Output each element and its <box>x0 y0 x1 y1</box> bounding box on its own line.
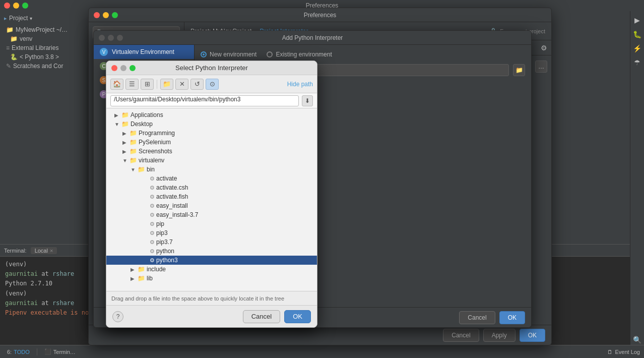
tree-item-python38[interactable]: 🐍 < Python 3.8 > <box>0 52 89 62</box>
tree-desktop[interactable]: ▼ 📁 Desktop <box>106 120 317 129</box>
toolbar-run-icon[interactable]: ▶ <box>632 15 642 25</box>
si-maximize-button[interactable] <box>130 65 136 71</box>
expand-arrow-venv: ▼ <box>122 158 130 163</box>
tree-virtualenv[interactable]: ▼ 📁 virtualenv <box>106 156 317 165</box>
tree-bin[interactable]: ▼ 📁 bin <box>106 165 317 174</box>
python3-file-icon: ⚙ <box>150 257 155 264</box>
radio-new-env[interactable]: New environment <box>201 51 256 58</box>
si-cancel-btn[interactable]: ✕ <box>175 79 188 90</box>
prog-folder-icon: 📁 <box>130 130 137 137</box>
env-item-virtualenv[interactable]: V Virtualenv Environment <box>94 45 194 59</box>
tree-label-include: include <box>147 266 166 273</box>
si-columns-btn[interactable]: ⊞ <box>141 79 154 90</box>
si-close-button[interactable] <box>111 65 117 71</box>
tree-item-scratches[interactable]: ✎ Scratches and Cor <box>0 62 89 71</box>
toolbar-search-everywhere-icon[interactable]: 🔍 <box>632 335 642 345</box>
status-terminal[interactable]: ⬛ Termin… <box>41 347 79 356</box>
si-home-btn[interactable]: 🏠 <box>110 79 123 90</box>
pref-apply-button[interactable]: Apply <box>483 329 516 342</box>
tree-label-pyselenium: PySelenium <box>139 139 171 146</box>
tree-python[interactable]: ▶ ⚙ python <box>106 247 317 256</box>
tree-pip37[interactable]: ▶ ⚙ pip3.7 <box>106 237 317 247</box>
si-footer-buttons: Cancel OK <box>243 310 311 323</box>
pref-close-button[interactable] <box>94 12 100 18</box>
si-download-btn[interactable]: ⬇ <box>302 95 313 106</box>
interp-more-btn[interactable]: … <box>535 61 547 73</box>
add-interp-title-bar: Add Python Interpreter <box>94 31 531 45</box>
add-interp-close-button[interactable] <box>99 35 105 41</box>
expand-arrow-prog: ▶ <box>122 131 130 136</box>
radio-existing-env-circle <box>267 51 273 57</box>
si-title-bar: Select Python Interpreter <box>106 61 317 75</box>
tree-item-venv[interactable]: 📁 venv <box>0 34 89 43</box>
si-refresh-btn[interactable]: ↺ <box>190 79 204 90</box>
tree-item-myproject[interactable]: 📁 MyNewProject ~/… <box>0 25 89 34</box>
event-log[interactable]: 🗒 Event Log <box>607 349 640 355</box>
pref-minimize-button[interactable] <box>103 12 109 18</box>
si-new-folder-btn[interactable]: 📁 <box>160 79 173 90</box>
add-interp-ok-button[interactable]: OK <box>499 311 525 324</box>
py38-label: < Python 3.8 > <box>20 53 59 61</box>
si-file-tree[interactable]: ▶ 📁 Applications ▼ 📁 Desktop ▶ 📁 Program… <box>106 108 317 291</box>
expand-arrow: ▶ <box>114 112 121 118</box>
si-help-button[interactable]: ? <box>112 311 123 322</box>
add-interp-maximize-button[interactable] <box>117 35 123 41</box>
preferences-footer: Cancel Apply OK <box>89 325 551 345</box>
tree-pip[interactable]: ▶ ⚙ pip <box>106 219 317 228</box>
tree-label-python: python <box>156 248 174 255</box>
si-toolbar: 🏠 ☰ ⊞ 📁 ✕ ↺ ⊙ Hide path <box>106 75 317 93</box>
tree-lib[interactable]: ▶ 📁 lib <box>106 274 317 283</box>
si-path-input[interactable]: /Users/gaurnitai/Desktop/virtualenv/bin/… <box>110 95 299 106</box>
select-interpreter-dialog[interactable]: Select Python Interpreter 🏠 ☰ ⊞ 📁 ✕ ↺ ⊙ … <box>106 61 317 328</box>
tree-pyselenium[interactable]: ▶ 📁 PySelenium <box>106 138 317 147</box>
tree-applications[interactable]: ▶ 📁 Applications <box>106 110 317 120</box>
pref-window-controls <box>94 12 118 18</box>
minimize-button[interactable] <box>13 3 19 9</box>
tree-activate-csh[interactable]: ▶ ⚙ activate.csh <box>106 183 317 192</box>
tree-easy-install-37[interactable]: ▶ ⚙ easy_install-3.7 <box>106 210 317 219</box>
local-tab[interactable]: Local × <box>31 247 57 254</box>
tree-include[interactable]: ▶ 📁 include <box>106 265 317 274</box>
si-hide-path-btn[interactable]: Hide path <box>287 81 313 88</box>
radio-existing-env[interactable]: Existing environment <box>267 51 332 58</box>
toolbar-profile-icon[interactable]: ⚡ <box>632 43 642 53</box>
tree-screenshots[interactable]: ▶ 📁 Screenshots <box>106 147 317 156</box>
si-minimize-button[interactable] <box>120 65 126 71</box>
tree-activate-fish[interactable]: ▶ ⚙ activate.fish <box>106 192 317 201</box>
tree-activate[interactable]: ▶ ⚙ activate <box>106 174 317 183</box>
project-icon: ▸ <box>4 15 7 22</box>
tree-label-python3: python3 <box>156 257 178 264</box>
terminal-status-icon: ⬛ <box>44 348 51 355</box>
pref-cancel-button[interactable]: Cancel <box>443 329 479 342</box>
activate-csh-file-icon: ⚙ <box>150 185 155 191</box>
project-header[interactable]: ▸ Project ▾ <box>0 11 89 25</box>
toolbar-debug-icon[interactable]: 🐛 <box>632 29 642 39</box>
pref-ok-button[interactable]: OK <box>520 329 545 342</box>
location-browse-btn[interactable]: 📁 <box>513 64 525 76</box>
tree-item-external[interactable]: ≡ External Libraries <box>0 43 89 52</box>
tree-easy-install[interactable]: ▶ ⚙ easy_install <box>106 201 317 210</box>
tree-pip3[interactable]: ▶ ⚙ pip3 <box>106 228 317 237</box>
toolbar-coverage-icon[interactable]: ☂ <box>632 57 642 68</box>
bin-folder-icon: 📁 <box>138 166 145 173</box>
maximize-button[interactable] <box>22 3 28 9</box>
dialog-overlay: Preferences 🔍 ▶ Appearance & Beha Projec… <box>0 0 644 358</box>
pref-maximize-button[interactable] <box>112 12 118 18</box>
pi-gear-icon[interactable]: ⚙ <box>541 44 547 52</box>
si-list-btn[interactable]: ☰ <box>125 79 139 90</box>
tree-python3[interactable]: ▶ ⚙ python3 <box>106 256 317 265</box>
si-ok-button[interactable]: OK <box>284 310 311 323</box>
tree-label-programming: Programming <box>139 130 175 137</box>
status-number[interactable]: 6: TODO <box>4 348 33 356</box>
close-button[interactable] <box>4 3 10 9</box>
local-close-icon[interactable]: × <box>50 248 53 254</box>
si-sync-btn[interactable]: ⊙ <box>206 79 219 90</box>
add-interp-minimize-button[interactable] <box>108 35 114 41</box>
tree-programming[interactable]: ▶ 📁 Programming <box>106 129 317 138</box>
folder-icon: 📁 <box>121 111 129 118</box>
si-cancel-button[interactable]: Cancel <box>243 310 280 323</box>
ext-lib-icon: ≡ <box>6 44 10 51</box>
si-title-text: Select Python Interpreter <box>175 64 248 72</box>
add-interp-cancel-button[interactable]: Cancel <box>459 311 495 324</box>
pip-file-icon: ⚙ <box>150 221 155 227</box>
